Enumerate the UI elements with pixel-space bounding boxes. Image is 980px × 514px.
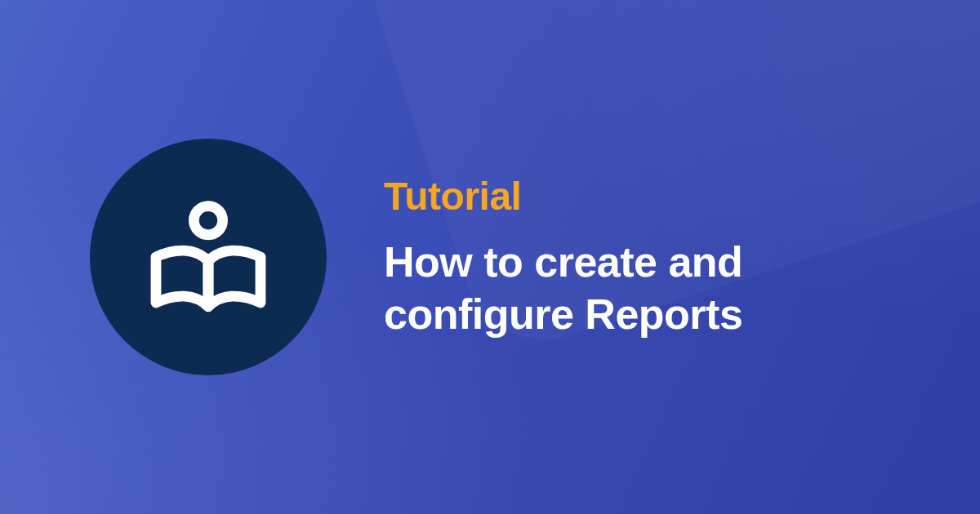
page-title: How to create and configure Reports bbox=[384, 237, 906, 340]
hero-container: Tutorial How to create and configure Rep… bbox=[0, 0, 980, 514]
svg-point-0 bbox=[194, 206, 222, 235]
icon-badge bbox=[90, 139, 327, 375]
text-block: Tutorial How to create and configure Rep… bbox=[384, 174, 906, 340]
reader-book-icon bbox=[143, 192, 274, 322]
eyebrow-label: Tutorial bbox=[384, 174, 906, 219]
